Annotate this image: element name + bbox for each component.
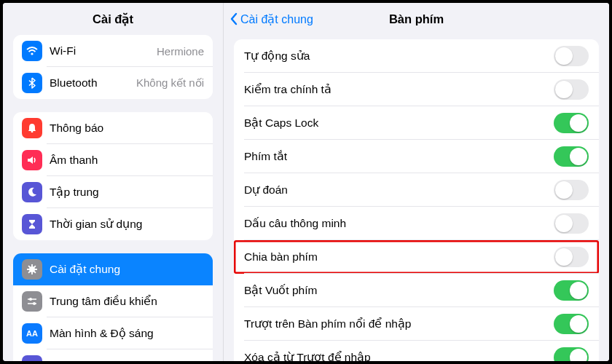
svg-point-13 xyxy=(29,298,32,301)
sidebar-item-label: Thời gian sử dụng xyxy=(50,218,204,231)
sidebar-item-m-n-h-nh-ch-nh-dock[interactable]: Màn hình chính & Dock xyxy=(13,349,213,361)
sidebar-item-label: Thông báo xyxy=(50,122,204,135)
setting-label: Tự động sửa xyxy=(244,50,554,63)
sidebar-item-label: Màn hình chính & Dock xyxy=(50,359,204,361)
setting-label: Trượt trên Bàn phím nổi để nhập xyxy=(244,317,554,331)
settings-app: Cài đặt Wi-FiHermioneBluetoothKhông kết … xyxy=(3,3,609,361)
toggle-switch[interactable] xyxy=(554,347,589,361)
bell-icon xyxy=(22,118,42,138)
sidebar-item-value: Hermione xyxy=(157,45,204,58)
aa-icon: AA xyxy=(22,323,42,344)
sidebar-item-label: Tập trung xyxy=(50,186,204,199)
toggle-switch[interactable] xyxy=(554,247,589,267)
sidebar-item-th-i-gian-s-d-ng[interactable]: Thời gian sử dụng xyxy=(13,208,213,240)
sidebar-title: Cài đặt xyxy=(3,3,223,35)
settings-group: Tự động sửaKiểm tra chính tảBật Caps Loc… xyxy=(234,39,599,361)
sidebar-item-wi-fi[interactable]: Wi-FiHermione xyxy=(13,35,213,67)
toggle-switch[interactable] xyxy=(554,180,589,200)
main-header: Cài đặt chung Bàn phím xyxy=(224,3,609,35)
toggle-switch[interactable] xyxy=(554,146,589,167)
setting-row: Bật Vuốt phím xyxy=(234,274,599,307)
setting-label: Dự đoán xyxy=(244,183,554,197)
sidebar-item-c-i-t-chung[interactable]: Cài đặt chung xyxy=(13,253,213,285)
setting-label: Dấu câu thông minh xyxy=(244,217,554,230)
setting-row: Dấu câu thông minh xyxy=(234,207,599,240)
sidebar-content: Wi-FiHermioneBluetoothKhông kết nối Thôn… xyxy=(3,35,223,361)
wifi-icon xyxy=(22,41,42,61)
setting-label: Kiểm tra chính tả xyxy=(244,83,554,96)
sidebar-item-label: Cài đặt chung xyxy=(50,263,204,276)
setting-row: Chia bàn phím xyxy=(234,240,599,274)
back-label: Cài đặt chung xyxy=(240,12,313,26)
sidebar-item--m-thanh[interactable]: Âm thanh xyxy=(13,144,213,176)
setting-row: Tự động sửa xyxy=(234,39,599,73)
back-button[interactable]: Cài đặt chung xyxy=(230,12,313,26)
svg-text:AA: AA xyxy=(26,329,38,338)
sidebar-item-label: Wi-Fi xyxy=(50,44,157,58)
sidebar-item-label: Màn hình & Độ sáng xyxy=(50,327,204,340)
toggle-switch[interactable] xyxy=(554,280,589,301)
sidebar-item-t-p-trung[interactable]: Tập trung xyxy=(13,176,213,208)
setting-label: Phím tắt xyxy=(244,150,554,163)
svg-rect-1 xyxy=(31,131,34,132)
setting-row: Trượt trên Bàn phím nổi để nhập xyxy=(234,307,599,341)
setting-row: Kiểm tra chính tả xyxy=(234,73,599,106)
svg-point-15 xyxy=(33,302,36,305)
sidebar-item-m-n-h-nh-s-ng[interactable]: AAMàn hình & Độ sáng xyxy=(13,317,213,349)
hourglass-icon xyxy=(22,214,42,234)
moon-icon xyxy=(22,182,42,202)
sidebar-item-value: Không kết nối xyxy=(136,76,204,90)
sliders-icon xyxy=(22,291,42,312)
sidebar-item-label: Âm thanh xyxy=(50,154,204,167)
gear-icon xyxy=(22,259,42,280)
toggle-switch[interactable] xyxy=(554,314,589,334)
sidebar-group-3: Cài đặt chungTrung tâm điều khiểnAAMàn h… xyxy=(13,253,213,361)
sidebar-group-1: Wi-FiHermioneBluetoothKhông kết nối xyxy=(13,35,213,99)
setting-row: Dự đoán xyxy=(234,173,599,207)
toggle-switch[interactable] xyxy=(554,113,589,133)
main-panel: Cài đặt chung Bàn phím Tự động sửaKiểm t… xyxy=(224,3,609,361)
svg-point-11 xyxy=(31,268,34,271)
sidebar-item-label: Trung tâm điều khiển xyxy=(50,295,204,308)
setting-row: Bật Caps Lock xyxy=(234,106,599,140)
setting-label: Bật Caps Lock xyxy=(244,116,554,130)
chevron-left-icon xyxy=(230,12,238,25)
setting-label: Xóa cả từ Trượt để nhập xyxy=(244,351,554,361)
toggle-switch[interactable] xyxy=(554,46,589,66)
sidebar-item-bluetooth[interactable]: BluetoothKhông kết nối xyxy=(13,67,213,99)
bluetooth-icon xyxy=(22,73,42,93)
sidebar-item-label: Bluetooth xyxy=(50,76,136,90)
sidebar-group-2: Thông báoÂm thanhTập trungThời gian sử d… xyxy=(13,112,213,240)
main-content: Tự động sửaKiểm tra chính tảBật Caps Loc… xyxy=(224,35,609,361)
sidebar: Cài đặt Wi-FiHermioneBluetoothKhông kết … xyxy=(3,3,224,361)
grid-icon xyxy=(22,355,42,361)
toggle-switch[interactable] xyxy=(554,213,589,234)
setting-label: Bật Vuốt phím xyxy=(244,284,554,297)
speaker-icon xyxy=(22,150,42,170)
toggle-switch[interactable] xyxy=(554,79,589,100)
sidebar-item-th-ng-b-o[interactable]: Thông báo xyxy=(13,112,213,144)
setting-label: Chia bàn phím xyxy=(244,250,554,264)
setting-row: Phím tắt xyxy=(234,140,599,173)
svg-point-0 xyxy=(31,52,33,55)
setting-row: Xóa cả từ Trượt để nhập xyxy=(234,341,599,361)
sidebar-item-trung-t-m-i-u-khi-n[interactable]: Trung tâm điều khiển xyxy=(13,285,213,317)
